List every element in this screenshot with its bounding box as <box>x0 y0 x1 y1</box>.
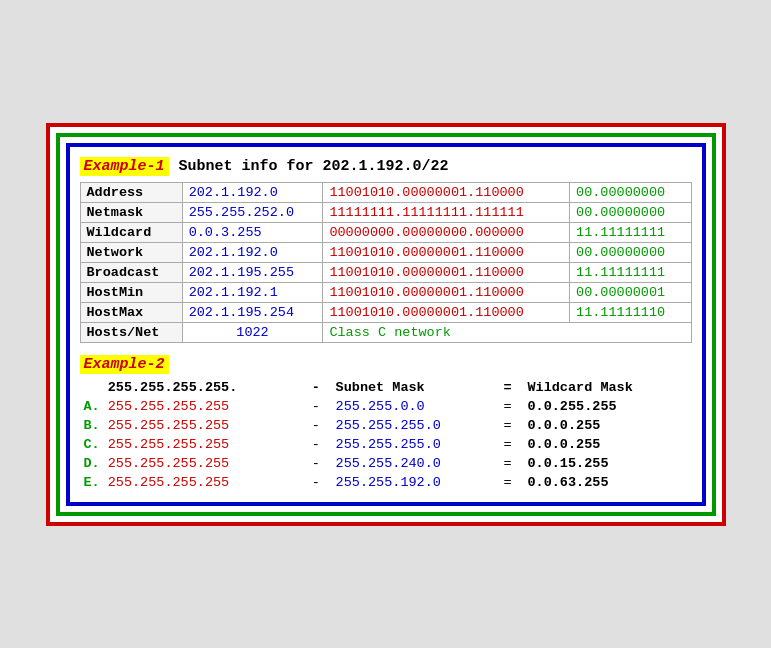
calc-op: - <box>308 454 332 473</box>
row-binary-green: 00.00000000 <box>570 202 691 222</box>
calc-letter: C. <box>80 435 104 454</box>
calc-table: 255.255.255.255.-Subnet Mask=Wildcard Ma… <box>80 378 692 492</box>
example1-label: Example-1 <box>80 157 169 176</box>
calc-result: 0.0.63.255 <box>523 473 691 492</box>
calc-val: 255.255.255.255 <box>104 454 308 473</box>
row-binary-green: 11.11111110 <box>570 302 691 322</box>
row-binary-red: 00000000.00000000.000000 <box>323 222 570 242</box>
calc-letter: B. <box>80 416 104 435</box>
calc-header-row: 255.255.255.255.-Subnet Mask=Wildcard Ma… <box>80 378 692 397</box>
table-row: Network 202.1.192.0 11001010.00000001.11… <box>80 242 691 262</box>
calc-mask: 255.255.255.0 <box>332 416 500 435</box>
subnet-table: Address 202.1.192.0 11001010.00000001.11… <box>80 182 692 343</box>
calc-mask: 255.255.240.0 <box>332 454 500 473</box>
hosts-class: Class C network <box>323 322 691 342</box>
calc-val: 255.255.255.255 <box>104 397 308 416</box>
row-label: Broadcast <box>80 262 182 282</box>
row-label: Network <box>80 242 182 262</box>
table-row: Address 202.1.192.0 11001010.00000001.11… <box>80 182 691 202</box>
calc-row: A. 255.255.255.255 - 255.255.0.0 = 0.0.2… <box>80 397 692 416</box>
calc-col-header: - <box>308 378 332 397</box>
calc-op: - <box>308 416 332 435</box>
row-label: Hosts/Net <box>80 322 182 342</box>
table-row: HostMin 202.1.192.1 11001010.00000001.11… <box>80 282 691 302</box>
row-binary-green: 00.00000001 <box>570 282 691 302</box>
calc-col-header: 255.255.255.255. <box>104 378 308 397</box>
calc-col-header: = <box>500 378 524 397</box>
calc-letter: A. <box>80 397 104 416</box>
table-row: Broadcast 202.1.195.255 11001010.0000000… <box>80 262 691 282</box>
row-binary-green: 00.00000000 <box>570 242 691 262</box>
row-binary-green: 11.11111111 <box>570 222 691 242</box>
row-binary-red: 11001010.00000001.110000 <box>323 302 570 322</box>
row-ip: 202.1.192.0 <box>182 182 323 202</box>
innermost-border: Example-1 Subnet info for 202.1.192.0/22… <box>66 143 706 506</box>
example1-title: Subnet info for 202.1.192.0/22 <box>179 158 449 175</box>
calc-val: 255.255.255.255 <box>104 473 308 492</box>
table-row: Netmask 255.255.252.0 11111111.11111111.… <box>80 202 691 222</box>
example2-section: Example-2 255.255.255.255.-Subnet Mask=W… <box>80 355 692 492</box>
row-ip: 202.1.195.255 <box>182 262 323 282</box>
calc-val: 255.255.255.255 <box>104 416 308 435</box>
hosts-count: 1022 <box>182 322 323 342</box>
calc-mask: 255.255.192.0 <box>332 473 500 492</box>
row-label: HostMin <box>80 282 182 302</box>
calc-op: - <box>308 397 332 416</box>
row-label: Netmask <box>80 202 182 222</box>
calc-op: - <box>308 473 332 492</box>
calc-row: C. 255.255.255.255 - 255.255.255.0 = 0.0… <box>80 435 692 454</box>
outer-border: Example-1 Subnet info for 202.1.192.0/22… <box>46 123 726 526</box>
row-ip: 0.0.3.255 <box>182 222 323 242</box>
row-ip: 255.255.252.0 <box>182 202 323 222</box>
calc-result: 0.0.255.255 <box>523 397 691 416</box>
row-label: Wildcard <box>80 222 182 242</box>
calc-eq: = <box>500 454 524 473</box>
example2-header-row: Example-2 <box>80 355 692 374</box>
calc-row: B. 255.255.255.255 - 255.255.255.0 = 0.0… <box>80 416 692 435</box>
table-row: Wildcard 0.0.3.255 00000000.00000000.000… <box>80 222 691 242</box>
calc-eq: = <box>500 416 524 435</box>
row-binary-red: 11001010.00000001.110000 <box>323 182 570 202</box>
row-binary-red: 11001010.00000001.110000 <box>323 242 570 262</box>
calc-col-header: Wildcard Mask <box>523 378 691 397</box>
calc-mask: 255.255.255.0 <box>332 435 500 454</box>
example2-label: Example-2 <box>80 355 169 374</box>
calc-eq: = <box>500 397 524 416</box>
calc-val: 255.255.255.255 <box>104 435 308 454</box>
row-binary-red: 11001010.00000001.110000 <box>323 282 570 302</box>
row-ip: 202.1.192.0 <box>182 242 323 262</box>
calc-result: 0.0.0.255 <box>523 416 691 435</box>
example1-header: Example-1 Subnet info for 202.1.192.0/22 <box>80 157 692 176</box>
table-row: Hosts/Net 1022 Class C network <box>80 322 691 342</box>
calc-row: E. 255.255.255.255 - 255.255.192.0 = 0.0… <box>80 473 692 492</box>
row-label: HostMax <box>80 302 182 322</box>
row-binary-green: 11.11111111 <box>570 262 691 282</box>
row-binary-red: 11111111.11111111.111111 <box>323 202 570 222</box>
calc-op: - <box>308 435 332 454</box>
calc-result: 0.0.0.255 <box>523 435 691 454</box>
row-label: Address <box>80 182 182 202</box>
table-row: HostMax 202.1.195.254 11001010.00000001.… <box>80 302 691 322</box>
calc-row: D. 255.255.255.255 - 255.255.240.0 = 0.0… <box>80 454 692 473</box>
calc-mask: 255.255.0.0 <box>332 397 500 416</box>
row-ip: 202.1.192.1 <box>182 282 323 302</box>
inner-border: Example-1 Subnet info for 202.1.192.0/22… <box>56 133 716 516</box>
calc-col-header: Subnet Mask <box>332 378 500 397</box>
calc-letter: E. <box>80 473 104 492</box>
row-ip: 202.1.195.254 <box>182 302 323 322</box>
calc-letter: D. <box>80 454 104 473</box>
row-binary-green: 00.00000000 <box>570 182 691 202</box>
calc-result: 0.0.15.255 <box>523 454 691 473</box>
calc-eq: = <box>500 435 524 454</box>
calc-eq: = <box>500 473 524 492</box>
row-binary-red: 11001010.00000001.110000 <box>323 262 570 282</box>
